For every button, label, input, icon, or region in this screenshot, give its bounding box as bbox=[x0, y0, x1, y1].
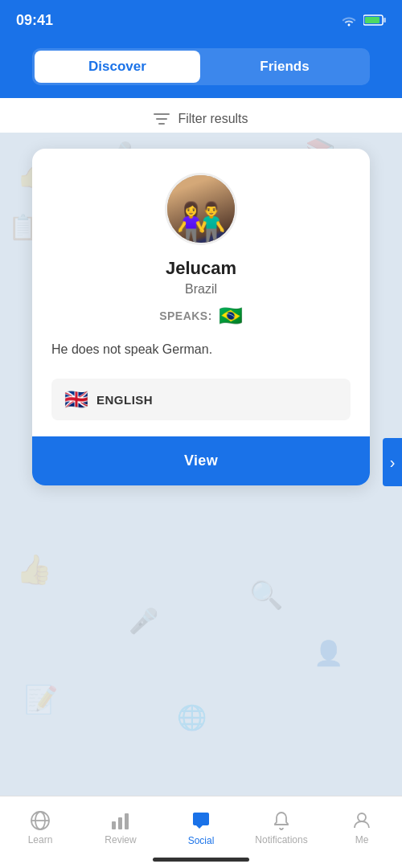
me-icon bbox=[351, 810, 372, 831]
nav-review-label: Review bbox=[105, 834, 136, 845]
social-icon bbox=[190, 809, 212, 832]
filter-label: Filter results bbox=[178, 112, 248, 126]
view-button[interactable]: View bbox=[32, 436, 370, 485]
avatar-wrap bbox=[51, 173, 351, 245]
avatar bbox=[165, 173, 237, 245]
nav-me[interactable]: Me bbox=[322, 810, 402, 855]
svg-rect-2 bbox=[384, 18, 386, 23]
svg-rect-10 bbox=[118, 817, 122, 829]
status-time: 09:41 bbox=[16, 12, 53, 29]
nav-notifications-label: Notifications bbox=[255, 834, 307, 845]
svg-rect-5 bbox=[158, 123, 165, 125]
user-name: Jelucam bbox=[51, 258, 351, 279]
battery-icon bbox=[363, 14, 386, 27]
speaks-row: SPEAKS: 🇧🇷 bbox=[51, 305, 351, 327]
bio-text: He does not speak German. bbox=[51, 340, 351, 359]
svg-rect-9 bbox=[112, 821, 116, 829]
card-container: Jelucam Brazil SPEAKS: 🇧🇷 He does not sp… bbox=[0, 133, 402, 485]
svg-rect-1 bbox=[365, 17, 379, 23]
tab-friends[interactable]: Friends bbox=[202, 51, 367, 83]
learn-icon bbox=[30, 810, 51, 831]
language-tag: 🇬🇧 ENGLISH bbox=[51, 379, 351, 420]
nav-notifications[interactable]: Notifications bbox=[241, 810, 322, 855]
svg-point-12 bbox=[358, 813, 366, 821]
wifi-icon bbox=[341, 14, 357, 27]
review-icon bbox=[110, 810, 131, 831]
nav-review[interactable]: Review bbox=[80, 810, 161, 855]
nav-social-label: Social bbox=[188, 835, 215, 846]
tab-bar: Discover Friends bbox=[32, 48, 370, 85]
status-bar: 09:41 bbox=[0, 0, 402, 40]
nav-social[interactable]: Social bbox=[161, 809, 241, 856]
user-country: Brazil bbox=[51, 282, 351, 297]
speaks-label: SPEAKS: bbox=[159, 309, 212, 322]
user-card: Jelucam Brazil SPEAKS: 🇧🇷 He does not sp… bbox=[32, 149, 370, 485]
lang-name: ENGLISH bbox=[96, 393, 153, 407]
header: Discover Friends bbox=[0, 40, 402, 98]
nav-me-label: Me bbox=[355, 834, 369, 845]
filter-icon bbox=[154, 113, 170, 125]
status-icons bbox=[341, 14, 386, 27]
lang-flag: 🇬🇧 bbox=[64, 388, 88, 411]
avatar-image bbox=[167, 175, 235, 243]
svg-rect-4 bbox=[156, 118, 167, 120]
home-indicator bbox=[153, 858, 249, 862]
speaks-flag: 🇧🇷 bbox=[219, 305, 243, 327]
notifications-icon bbox=[271, 810, 292, 831]
nav-learn-label: Learn bbox=[28, 834, 53, 845]
svg-rect-3 bbox=[154, 113, 170, 115]
swipe-hint bbox=[383, 438, 402, 486]
card-body: Jelucam Brazil SPEAKS: 🇧🇷 He does not sp… bbox=[32, 149, 370, 436]
tab-discover[interactable]: Discover bbox=[35, 51, 200, 83]
nav-learn[interactable]: Learn bbox=[0, 810, 80, 855]
svg-rect-11 bbox=[125, 813, 129, 829]
